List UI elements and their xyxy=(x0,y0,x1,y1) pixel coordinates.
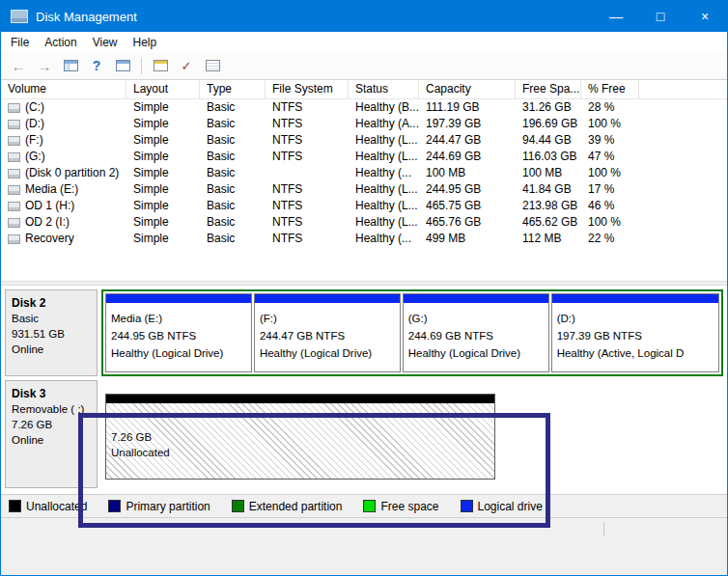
volume-list: Volume Layout Type File System Status Ca… xyxy=(1,80,727,281)
capacity-cell: 465.76 GB xyxy=(419,214,516,231)
disk-row-disk2: Disk 2 Basic 931.51 GB Online Media (E:)… xyxy=(5,289,723,376)
file-system-cell: NTFS xyxy=(266,214,349,231)
volume-cell: (G:) xyxy=(1,149,126,165)
menu-item[interactable]: File xyxy=(3,34,37,51)
volume-cell: (D:) xyxy=(1,116,126,132)
legend-item: Free space xyxy=(363,500,438,513)
partition-info: (G:) 244.69 GB NTFS Healthy (Logical Dri… xyxy=(404,303,548,362)
column-header[interactable]: Capacity xyxy=(419,80,516,98)
minimize-button[interactable]: — xyxy=(594,1,638,32)
column-header[interactable]: % Free xyxy=(581,80,639,98)
unallocated-partition[interactable]: 7.26 GB Unallocated xyxy=(105,394,495,480)
free-space-cell: 41.84 GB xyxy=(516,181,581,198)
volume-cell: Recovery xyxy=(1,231,126,247)
legend-color-swatch xyxy=(461,500,473,512)
volume-cell: (F:) xyxy=(1,132,126,149)
type-cell: Basic xyxy=(200,181,266,198)
properties-list-button[interactable] xyxy=(201,55,224,76)
type-cell: Basic xyxy=(200,99,266,116)
column-header[interactable]: Status xyxy=(349,80,419,98)
legend-item: Unallocated xyxy=(9,500,87,513)
column-header[interactable]: Volume xyxy=(1,80,126,98)
drive-icon xyxy=(8,202,20,211)
unallocated-info: 7.26 GB Unallocated xyxy=(106,403,494,460)
partition-status: Healthy (Logical Drive) xyxy=(408,344,545,362)
disk-name: Disk 3 xyxy=(12,386,91,401)
column-header[interactable]: Layout xyxy=(126,80,200,98)
drive-icon xyxy=(8,136,20,146)
free-space-cell: 100 MB xyxy=(516,165,581,181)
legend-label: Free space xyxy=(380,500,438,513)
volume-cell: OD 1 (H:) xyxy=(1,198,126,214)
type-cell: Basic xyxy=(200,132,266,149)
disk2-label[interactable]: Disk 2 Basic 931.51 GB Online xyxy=(5,289,98,376)
partition[interactable]: (G:) 244.69 GB NTFS Healthy (Logical Dri… xyxy=(403,293,549,372)
forward-button[interactable]: → xyxy=(33,55,56,76)
menu-item[interactable]: Help xyxy=(126,34,165,51)
legend-color-swatch xyxy=(363,500,376,512)
layout-cell: Simple xyxy=(126,214,200,231)
show-hide-pane-button[interactable] xyxy=(111,55,134,76)
volume-row[interactable]: Recovery Simple Basic NTFS Healthy (... … xyxy=(1,231,727,247)
export-list-icon xyxy=(154,60,168,71)
volume-row[interactable]: (Disk 0 partition 2) Simple Basic Health… xyxy=(1,165,727,181)
legend-label: Logical drive xyxy=(478,500,543,513)
volume-name: (Disk 0 partition 2) xyxy=(25,165,119,181)
partition[interactable]: Media (E:) 244.95 GB NTFS Healthy (Logic… xyxy=(105,293,252,372)
volume-row[interactable]: (D:) Simple Basic NTFS Healthy (A... 197… xyxy=(1,116,727,132)
check-icon xyxy=(182,57,192,74)
partition[interactable]: (F:) 244.47 GB NTFS Healthy (Logical Dri… xyxy=(254,293,401,372)
volume-row[interactable]: Media (E:) Simple Basic NTFS Healthy (L.… xyxy=(1,181,727,198)
volume-row[interactable]: OD 1 (H:) Simple Basic NTFS Healthy (L..… xyxy=(1,198,727,214)
unallocated-label: Unallocated xyxy=(111,445,494,460)
window-title: Disk Management xyxy=(36,10,137,24)
volume-row[interactable]: OD 2 (I:) Simple Basic NTFS Healthy (L..… xyxy=(1,214,727,231)
partition-status: Healthy (Active, Logical D xyxy=(557,344,714,362)
help-button[interactable] xyxy=(85,55,108,76)
pct-free-cell: 17 % xyxy=(581,181,639,198)
partition[interactable]: (D:) 197.39 GB NTFS Healthy (Active, Log… xyxy=(551,293,719,372)
status-cell: Healthy (... xyxy=(349,231,419,247)
layout-cell: Simple xyxy=(126,132,200,149)
column-header[interactable]: Type xyxy=(200,80,266,98)
status-cell: Healthy (A... xyxy=(349,116,419,132)
type-cell: Basic xyxy=(200,165,266,181)
menu-item[interactable]: View xyxy=(85,34,126,51)
volume-name: Media (E:) xyxy=(25,181,78,198)
title-bar[interactable]: Disk Management — □ × xyxy=(1,1,727,32)
maximize-button[interactable]: □ xyxy=(638,1,683,32)
volume-row[interactable]: (F:) Simple Basic NTFS Healthy (L... 244… xyxy=(1,132,727,149)
menu-bar: File Action View Help xyxy=(1,32,727,52)
logical-drive-color-bar xyxy=(255,294,400,303)
partition-name: (D:) xyxy=(557,310,714,327)
status-cell: Healthy (L... xyxy=(349,181,419,198)
export-list-button[interactable] xyxy=(149,55,172,76)
volume-name: OD 2 (I:) xyxy=(25,214,70,231)
console-tree-button[interactable] xyxy=(59,55,82,76)
capacity-cell: 100 MB xyxy=(419,165,516,181)
file-system-cell: NTFS xyxy=(266,149,349,165)
type-cell: Basic xyxy=(200,198,266,214)
legend-bar: Unallocated Primary partition Extended p… xyxy=(1,494,727,517)
menu-item[interactable]: Action xyxy=(37,34,84,51)
column-header[interactable]: Free Spa... xyxy=(516,80,581,98)
forward-icon: → xyxy=(38,59,52,73)
layout-cell: Simple xyxy=(126,165,200,181)
status-cell: Healthy (... xyxy=(349,165,419,181)
back-button[interactable]: ← xyxy=(7,55,30,76)
volume-name: Recovery xyxy=(25,231,74,247)
free-space-cell: 196.69 GB xyxy=(516,116,581,132)
close-button[interactable]: × xyxy=(683,1,727,32)
partition-info: (F:) 244.47 GB NTFS Healthy (Logical Dri… xyxy=(255,303,400,362)
disk3-label[interactable]: Disk 3 Removable ( :) 7.26 GB Online xyxy=(5,380,98,488)
column-header[interactable]: File System xyxy=(266,80,349,98)
partition-size: 244.69 GB NTFS xyxy=(408,327,545,344)
legend-item: Primary partition xyxy=(108,500,210,513)
layout-cell: Simple xyxy=(126,231,200,247)
check-button[interactable] xyxy=(175,55,198,76)
volume-row[interactable]: (G:) Simple Basic NTFS Healthy (L... 244… xyxy=(1,149,727,165)
legend-color-swatch xyxy=(232,500,244,512)
app-icon xyxy=(11,10,28,23)
volume-row[interactable]: (C:) Simple Basic NTFS Healthy (B... 111… xyxy=(1,99,727,116)
legend-color-swatch xyxy=(108,500,121,512)
